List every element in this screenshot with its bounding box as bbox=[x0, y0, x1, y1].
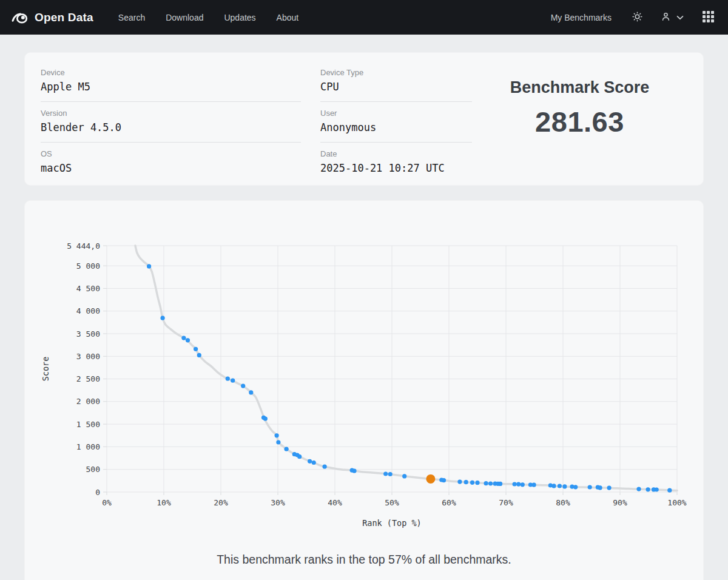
svg-text:4 500: 4 500 bbox=[76, 284, 100, 293]
top-nav: Open Data Search Download Updates About … bbox=[0, 0, 728, 35]
svg-text:10%: 10% bbox=[157, 498, 171, 507]
svg-text:90%: 90% bbox=[613, 498, 627, 507]
svg-text:500: 500 bbox=[86, 465, 100, 474]
user-icon bbox=[661, 12, 671, 24]
nav-links: Search Download Updates About bbox=[108, 13, 309, 22]
svg-text:40%: 40% bbox=[328, 498, 342, 507]
grid-icon bbox=[702, 10, 715, 25]
nav-left: Open Data Search Download Updates About bbox=[11, 10, 309, 25]
field-label: Device Type bbox=[320, 68, 472, 78]
field-version: Version Blender 4.5.0 bbox=[41, 101, 301, 142]
svg-text:5 000: 5 000 bbox=[76, 261, 100, 271]
field-value: Blender 4.5.0 bbox=[41, 121, 301, 134]
nav-link-about[interactable]: About bbox=[266, 13, 309, 22]
benchmark-summary-card: Device Apple M5 Version Blender 4.5.0 OS… bbox=[24, 52, 704, 186]
benchmark-rank-chart[interactable]: 0%10%20%30%40%50%60%70%80%90%100%05001 0… bbox=[25, 201, 704, 539]
nav-right: My Benchmarks bbox=[551, 10, 715, 25]
field-device: Device Apple M5 bbox=[41, 61, 301, 101]
field-label: OS bbox=[41, 149, 301, 159]
chevron-down-icon bbox=[676, 13, 684, 22]
svg-text:1 000: 1 000 bbox=[76, 442, 100, 451]
field-value: 2025-10-21 10:27 UTC bbox=[320, 162, 472, 175]
field-date: Date 2025-10-21 10:27 UTC bbox=[320, 142, 472, 183]
svg-text:60%: 60% bbox=[442, 498, 456, 507]
svg-text:0%: 0% bbox=[102, 498, 112, 507]
account-menu-button[interactable] bbox=[661, 12, 684, 24]
svg-text:3 000: 3 000 bbox=[76, 352, 100, 361]
svg-text:4 000: 4 000 bbox=[76, 306, 100, 315]
svg-text:2 500: 2 500 bbox=[76, 374, 100, 383]
field-label: Version bbox=[41, 109, 301, 118]
svg-text:2 000: 2 000 bbox=[76, 397, 100, 406]
field-value: macOS bbox=[41, 162, 301, 175]
brand-title: Open Data bbox=[35, 11, 93, 24]
field-label: User bbox=[320, 109, 472, 118]
svg-text:1 500: 1 500 bbox=[76, 420, 100, 429]
nav-link-updates[interactable]: Updates bbox=[214, 13, 266, 22]
svg-text:5 444,0: 5 444,0 bbox=[67, 241, 100, 251]
y-axis-label: Score bbox=[41, 357, 50, 382]
rank-caption: This benchmark ranks in the top 57% of a… bbox=[25, 553, 703, 567]
nav-link-search[interactable]: Search bbox=[108, 13, 155, 22]
sun-icon bbox=[632, 12, 642, 24]
rank-curve-line bbox=[135, 246, 677, 491]
svg-text:100%: 100% bbox=[667, 498, 686, 507]
summary-column-middle: Device Type CPU User Anonymous Date 2025… bbox=[320, 61, 472, 185]
apps-grid-button[interactable] bbox=[702, 10, 715, 25]
nav-link-download[interactable]: Download bbox=[155, 13, 214, 22]
benchmark-score-title: Benchmark Score bbox=[510, 78, 650, 97]
field-value: CPU bbox=[320, 81, 472, 93]
svg-text:0: 0 bbox=[95, 488, 100, 497]
field-value: Anonymous bbox=[320, 121, 472, 134]
field-label: Device bbox=[41, 68, 301, 78]
benchmark-score-block: Benchmark Score 281.63 bbox=[472, 61, 687, 185]
scatter-points bbox=[147, 264, 672, 493]
chart-card: 0%10%20%30%40%50%60%70%80%90%100%05001 0… bbox=[24, 200, 704, 580]
field-label: Date bbox=[320, 149, 472, 159]
field-user: User Anonymous bbox=[320, 101, 472, 142]
blender-logo-icon bbox=[11, 10, 29, 25]
svg-text:70%: 70% bbox=[499, 498, 513, 507]
svg-text:50%: 50% bbox=[385, 498, 399, 507]
nav-link-my-benchmarks[interactable]: My Benchmarks bbox=[551, 13, 612, 22]
x-axis-label: Rank (Top %) bbox=[362, 518, 422, 528]
highlighted-benchmark-point[interactable] bbox=[426, 474, 435, 484]
field-device-type: Device Type CPU bbox=[320, 61, 472, 101]
axis-tick-labels: 0%10%20%30%40%50%60%70%80%90%100%05001 0… bbox=[67, 241, 687, 508]
summary-column-left: Device Apple M5 Version Blender 4.5.0 OS… bbox=[41, 61, 301, 185]
field-os: OS macOS bbox=[41, 142, 301, 183]
svg-text:30%: 30% bbox=[271, 498, 285, 507]
svg-text:3 500: 3 500 bbox=[76, 329, 100, 339]
field-value: Apple M5 bbox=[41, 81, 301, 93]
benchmark-score-value: 281.63 bbox=[535, 105, 624, 138]
svg-text:20%: 20% bbox=[214, 498, 228, 507]
main-content: Device Apple M5 Version Blender 4.5.0 OS… bbox=[0, 35, 728, 580]
theme-toggle-button[interactable] bbox=[632, 12, 642, 24]
svg-text:80%: 80% bbox=[556, 498, 570, 507]
brand-link[interactable]: Open Data bbox=[11, 10, 93, 25]
chart-grid: 0%10%20%30%40%50%60%70%80%90%100%05001 0… bbox=[41, 241, 687, 528]
